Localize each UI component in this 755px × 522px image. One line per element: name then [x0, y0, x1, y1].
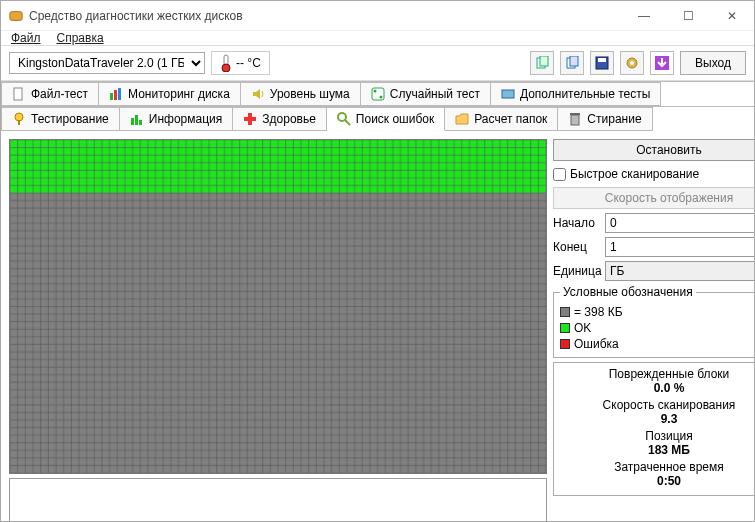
- tab-file-test[interactable]: Файл-тест: [1, 82, 99, 106]
- svg-point-2: [222, 64, 230, 72]
- svg-rect-24: [139, 120, 142, 125]
- svg-rect-23: [135, 115, 138, 125]
- copy-icon-button[interactable]: [530, 51, 554, 75]
- stop-button[interactable]: Остановить: [553, 139, 755, 161]
- stats-box: Поврежденные блоки 0.0 % Скорость сканир…: [553, 362, 755, 496]
- svg-rect-8: [598, 58, 606, 62]
- save-icon-button[interactable]: [590, 51, 614, 75]
- legend-ok: OK: [574, 321, 591, 335]
- svg-point-17: [373, 90, 376, 93]
- tab-health[interactable]: Здоровье: [233, 107, 327, 131]
- svg-rect-6: [570, 56, 578, 66]
- tab-error-scan[interactable]: Поиск ошибок: [327, 107, 445, 131]
- window-title: Средство диагностики жестких дисков: [29, 9, 622, 23]
- log-box: [9, 478, 547, 522]
- legend-error: Ошибка: [574, 337, 619, 351]
- minimize-button[interactable]: —: [622, 1, 666, 31]
- svg-rect-0: [10, 11, 22, 20]
- elapsed-value: 0:50: [560, 474, 755, 488]
- quick-scan-checkbox[interactable]: Быстрое сканирование: [553, 165, 755, 183]
- quick-scan-label: Быстрое сканирование: [570, 167, 699, 181]
- tabs-row-1: Файл-тест Мониторинг диска Уровень шума …: [1, 81, 754, 106]
- app-icon: [9, 9, 23, 23]
- svg-rect-12: [14, 88, 22, 100]
- maximize-button[interactable]: ☐: [666, 1, 710, 31]
- svg-rect-15: [118, 88, 121, 100]
- menu-file[interactable]: Файл: [11, 31, 41, 45]
- menu-help[interactable]: Справка: [57, 31, 104, 45]
- end-label: Конец: [553, 240, 601, 254]
- svg-rect-21: [18, 120, 20, 125]
- copy2-icon-button[interactable]: [560, 51, 584, 75]
- svg-point-20: [15, 113, 23, 121]
- damaged-value: 0.0 %: [560, 381, 755, 395]
- position-value: 183 МБ: [560, 443, 755, 457]
- thermometer-icon: [220, 54, 232, 72]
- ok-swatch: [560, 323, 570, 333]
- speed-value: 9.3: [560, 412, 755, 426]
- end-input[interactable]: [605, 237, 755, 257]
- tab-erase[interactable]: Стирание: [558, 107, 652, 131]
- temperature-value: -- °C: [236, 56, 261, 70]
- svg-point-18: [379, 96, 382, 99]
- start-input[interactable]: [605, 213, 755, 233]
- side-panel: Остановить Быстрое сканирование Скорость…: [553, 139, 755, 522]
- menu-bar: Файл Справка: [1, 31, 754, 46]
- tab-folder-calc[interactable]: Расчет папок: [445, 107, 558, 131]
- svg-point-10: [630, 61, 634, 65]
- svg-point-27: [338, 113, 346, 121]
- error-swatch: [560, 339, 570, 349]
- svg-rect-30: [570, 113, 580, 115]
- svg-rect-26: [244, 117, 256, 121]
- elapsed-label: Затраченное время: [560, 460, 755, 474]
- svg-line-28: [345, 120, 350, 125]
- svg-rect-19: [502, 90, 514, 98]
- toolbar: KingstonDataTraveler 2.0 (1 ГБ) -- °C Вы…: [1, 46, 754, 81]
- tab-testing[interactable]: Тестирование: [1, 107, 120, 131]
- title-bar: Средство диагностики жестких дисков — ☐ …: [1, 1, 754, 31]
- legend-box: Условные обозначения = 398 КБ OK Ошибка: [553, 285, 755, 358]
- svg-rect-13: [110, 93, 113, 100]
- start-label: Начало: [553, 216, 601, 230]
- legend-title: Условные обозначения: [560, 285, 696, 299]
- quick-scan-input[interactable]: [553, 168, 566, 181]
- temperature-box: -- °C: [211, 51, 270, 75]
- tabs-row-2: Тестирование Информация Здоровье Поиск о…: [1, 106, 754, 131]
- content-area: Остановить Быстрое сканирование Скорость…: [1, 131, 754, 522]
- legend-block: = 398 КБ: [574, 305, 623, 319]
- block-swatch: [560, 307, 570, 317]
- tab-information[interactable]: Информация: [120, 107, 233, 131]
- settings-icon-button[interactable]: [620, 51, 644, 75]
- damaged-label: Поврежденные блоки: [560, 367, 755, 381]
- tab-disk-monitor[interactable]: Мониторинг диска: [99, 82, 241, 106]
- unit-select[interactable]: ГБ: [605, 261, 755, 281]
- scan-grid: [9, 139, 547, 474]
- unit-label: Единица: [553, 264, 601, 278]
- close-button[interactable]: ✕: [710, 1, 754, 31]
- svg-rect-29: [571, 115, 579, 125]
- download-icon-button[interactable]: [650, 51, 674, 75]
- position-label: Позиция: [560, 429, 755, 443]
- svg-rect-14: [114, 90, 117, 100]
- tab-extra-tests[interactable]: Дополнительные тесты: [491, 82, 661, 106]
- svg-rect-16: [372, 88, 384, 100]
- svg-rect-4: [540, 56, 548, 66]
- display-speed-button: Скорость отображения: [553, 187, 755, 209]
- exit-button[interactable]: Выход: [680, 51, 746, 75]
- speed-label: Скорость сканирования: [560, 398, 755, 412]
- tab-random-test[interactable]: Случайный тест: [361, 82, 491, 106]
- svg-rect-22: [131, 118, 134, 125]
- tab-noise-level[interactable]: Уровень шума: [241, 82, 361, 106]
- drive-select[interactable]: KingstonDataTraveler 2.0 (1 ГБ): [9, 52, 205, 74]
